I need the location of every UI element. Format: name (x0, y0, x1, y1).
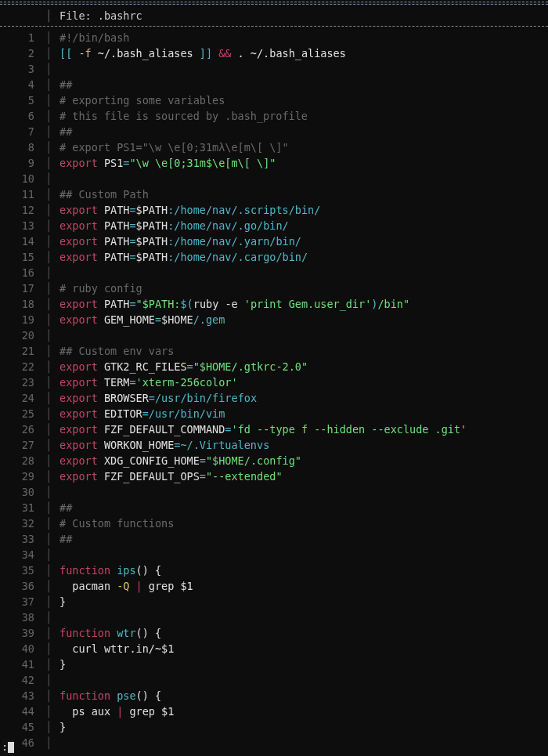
code-line[interactable]: 4│## (0, 77, 548, 92)
code-line[interactable]: 1│#!/bin/bash (0, 30, 548, 45)
token: -Q (117, 580, 129, 592)
code-content[interactable]: export FZF_DEFAULT_OPS="--extended" (55, 468, 283, 484)
code-content[interactable]: } (55, 657, 66, 672)
token: PATH (104, 251, 130, 263)
code-content[interactable]: export WORKON_HOME=~/.Virtualenvs (55, 437, 269, 453)
code-content[interactable]: # exporting some variables (55, 92, 225, 108)
code-line[interactable]: 20│ (0, 327, 548, 343)
code-content[interactable]: export BROWSER=/usr/bin/firefox (55, 390, 257, 406)
code-line[interactable]: 14│export PATH=$PATH:/home/nav/.yarn/bin… (0, 233, 548, 249)
code-line[interactable]: 21│## Custom env vars (0, 343, 548, 359)
code-content[interactable]: ps aux | grep $1 (55, 704, 174, 719)
code-line[interactable]: 11│## Custom Path (0, 186, 548, 202)
code-content[interactable]: ## (55, 77, 72, 92)
code-content[interactable]: ## (55, 500, 72, 515)
code-line[interactable]: 24│export BROWSER=/usr/bin/firefox (0, 390, 548, 406)
file-name-label: File: .bashrc (55, 8, 142, 24)
code-line[interactable]: 12│export PATH=$PATH:/home/nav/.scripts/… (0, 202, 548, 218)
line-number: 33 (0, 531, 45, 547)
code-line[interactable]: 35│function ips() { (0, 562, 548, 578)
code-content[interactable]: function pse() { (55, 688, 161, 704)
code-content[interactable] (55, 484, 59, 500)
code-line[interactable]: 32│# Custom functions (0, 515, 548, 531)
code-content[interactable]: export PATH=$PATH:/home/nav/.cargo/bin/ (55, 249, 308, 265)
code-line[interactable]: 36│ pacman -Q | grep $1 (0, 578, 548, 594)
code-content[interactable] (55, 171, 59, 186)
code-content[interactable]: } (55, 594, 66, 610)
code-line[interactable]: 29│export FZF_DEFAULT_OPS="--extended" (0, 468, 548, 484)
code-line[interactable]: 46│ (0, 735, 548, 751)
code-line[interactable]: 30│ (0, 484, 548, 500)
code-line[interactable]: 39│function wtr() { (0, 625, 548, 641)
code-line[interactable]: 2│[[ -f ~/.bash_aliases ]] && . ~/.bash_… (0, 45, 548, 61)
code-area[interactable]: 1│#!/bin/bash2│[[ -f ~/.bash_aliases ]] … (0, 27, 548, 751)
code-line[interactable]: 23│export TERM='xterm-256color' (0, 374, 548, 390)
code-content[interactable]: curl wttr.in/~$1 (55, 641, 174, 657)
code-line[interactable]: 5│# exporting some variables (0, 92, 548, 108)
code-content[interactable]: #!/bin/bash (55, 30, 129, 45)
code-content[interactable]: export PATH=$PATH:/home/nav/.scripts/bin… (55, 202, 320, 218)
code-line[interactable]: 13│export PATH=$PATH:/home/nav/.go/bin/ (0, 218, 548, 233)
code-line[interactable]: 28│export XDG_CONFIG_HOME="$HOME/.config… (0, 453, 548, 468)
code-line[interactable]: 31│## (0, 500, 548, 515)
code-content[interactable]: # export PS1="\w \e[0;31mλ\e[m\[ \]" (55, 139, 289, 155)
gutter-separator: │ (45, 500, 55, 515)
code-content[interactable] (55, 61, 59, 77)
code-content[interactable]: function wtr() { (55, 625, 161, 641)
code-line[interactable]: 3│ (0, 61, 548, 77)
code-content[interactable] (55, 735, 59, 751)
code-line[interactable]: 42│ (0, 672, 548, 688)
code-line[interactable]: 27│export WORKON_HOME=~/.Virtualenvs (0, 437, 548, 453)
code-line[interactable]: 19│export GEM_HOME=$HOME/.gem (0, 312, 548, 327)
code-content[interactable] (55, 610, 59, 625)
code-line[interactable]: 10│ (0, 171, 548, 186)
code-content[interactable]: # Custom functions (55, 515, 174, 531)
code-content[interactable]: export PATH=$PATH:/home/nav/.go/bin/ (55, 218, 289, 233)
code-content[interactable] (55, 672, 59, 688)
code-line[interactable]: 8│# export PS1="\w \e[0;31mλ\e[m\[ \]" (0, 139, 548, 155)
code-line[interactable]: 16│ (0, 265, 548, 280)
code-line[interactable]: 45│} (0, 719, 548, 735)
code-line[interactable]: 18│export PATH="$PATH:$(ruby -e 'print G… (0, 296, 548, 312)
code-line[interactable]: 37│} (0, 594, 548, 610)
code-line[interactable]: 34│ (0, 547, 548, 562)
code-content[interactable]: ## (55, 531, 72, 547)
code-line[interactable]: 17│# ruby config (0, 280, 548, 296)
code-content[interactable]: export XDG_CONFIG_HOME="$HOME/.config" (55, 453, 301, 468)
code-line[interactable]: 41│} (0, 657, 548, 672)
code-content[interactable]: export GTK2_RC_FILES="$HOME/.gtkrc-2.0" (55, 359, 308, 374)
code-content[interactable]: export TERM='xterm-256color' (55, 374, 238, 390)
command-line[interactable]: : (2, 739, 14, 754)
code-content[interactable] (55, 265, 59, 280)
code-line[interactable]: 40│ curl wttr.in/~$1 (0, 641, 548, 657)
code-content[interactable]: export PS1="\w \e[0;31m$\e[m\[ \]" (55, 155, 276, 171)
code-content[interactable]: export GEM_HOME=$HOME/.gem (55, 312, 225, 327)
code-content[interactable]: } (55, 719, 66, 735)
code-content[interactable]: export PATH="$PATH:$(ruby -e 'print Gem.… (55, 296, 409, 312)
code-line[interactable]: 7│## (0, 124, 548, 139)
code-line[interactable]: 25│export EDITOR=/usr/bin/vim (0, 406, 548, 421)
code-content[interactable] (55, 327, 59, 343)
code-content[interactable]: ## Custom Path (55, 186, 149, 202)
code-line[interactable]: 9│export PS1="\w \e[0;31m$\e[m\[ \]" (0, 155, 548, 171)
code-line[interactable]: 26│export FZF_DEFAULT_COMMAND='fd --type… (0, 421, 548, 437)
code-line[interactable]: 22│export GTK2_RC_FILES="$HOME/.gtkrc-2.… (0, 359, 548, 374)
code-content[interactable] (55, 547, 59, 562)
code-content[interactable]: [[ -f ~/.bash_aliases ]] && . ~/.bash_al… (55, 45, 346, 61)
code-line[interactable]: 33│## (0, 531, 548, 547)
code-content[interactable]: function ips() { (55, 562, 161, 578)
code-content[interactable]: # ruby config (55, 280, 142, 296)
code-content[interactable]: export FZF_DEFAULT_COMMAND='fd --type f … (55, 421, 467, 437)
code-line[interactable]: 15│export PATH=$PATH:/home/nav/.cargo/bi… (0, 249, 548, 265)
code-content[interactable]: pacman -Q | grep $1 (55, 578, 193, 594)
code-content[interactable]: ## Custom env vars (55, 343, 174, 359)
token (110, 564, 117, 577)
code-content[interactable]: export PATH=$PATH:/home/nav/.yarn/bin/ (55, 233, 301, 249)
code-line[interactable]: 6│# this file is sourced by .bash_profil… (0, 108, 548, 124)
code-line[interactable]: 43│function pse() { (0, 688, 548, 704)
code-content[interactable]: export EDITOR=/usr/bin/vim (55, 406, 225, 421)
code-content[interactable]: ## (55, 124, 72, 139)
code-line[interactable]: 38│ (0, 610, 548, 625)
code-line[interactable]: 44│ ps aux | grep $1 (0, 704, 548, 719)
code-content[interactable]: # this file is sourced by .bash_profile (55, 108, 308, 124)
